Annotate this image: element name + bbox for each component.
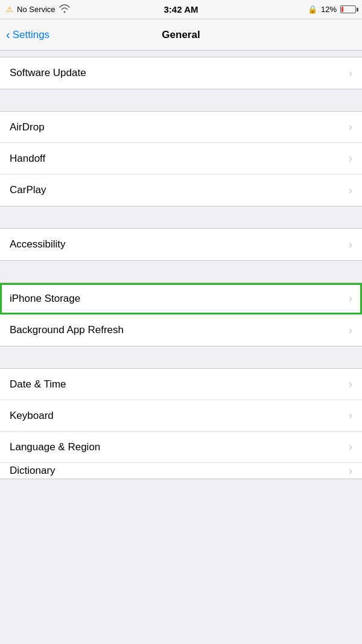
- settings-item-carplay[interactable]: CarPlay ›: [0, 174, 362, 206]
- page-title: General: [162, 29, 200, 41]
- keyboard-chevron-icon: ›: [349, 409, 352, 422]
- iphone-storage-chevron-icon: ›: [349, 292, 352, 305]
- battery-icon: [340, 5, 356, 13]
- settings-item-keyboard[interactable]: Keyboard ›: [0, 400, 362, 432]
- section-software-update: Software Update ›: [0, 57, 362, 89]
- settings-item-accessibility[interactable]: Accessibility ›: [0, 229, 362, 260]
- software-update-label: Software Update: [10, 67, 86, 79]
- section-storage-group: iPhone Storage › Background App Refresh …: [0, 282, 362, 346]
- nav-header: ‹ Settings General: [0, 19, 362, 51]
- lock-icon: 🔒: [308, 5, 317, 14]
- no-service-text: No Service: [17, 5, 56, 14]
- section-datetime-group: Date & Time › Keyboard › Language & Regi…: [0, 368, 362, 479]
- status-bar: ⚠ No Service 3:42 AM 🔒 12%: [0, 0, 362, 19]
- settings-item-handoff[interactable]: Handoff ›: [0, 143, 362, 174]
- warning-icon: ⚠: [6, 5, 13, 14]
- section-gap-4: [0, 261, 362, 282]
- airdrop-label: AirDrop: [10, 121, 45, 133]
- settings-item-date-time[interactable]: Date & Time ›: [0, 369, 362, 400]
- software-update-chevron-icon: ›: [349, 67, 352, 80]
- dictionary-chevron-icon: ›: [349, 465, 352, 477]
- accessibility-label: Accessibility: [10, 238, 66, 250]
- status-time: 3:42 AM: [164, 4, 198, 14]
- date-time-chevron-icon: ›: [349, 378, 352, 391]
- accessibility-chevron-icon: ›: [349, 238, 352, 251]
- language-region-chevron-icon: ›: [349, 441, 352, 453]
- section-airdrop-group: AirDrop › Handoff › CarPlay ›: [0, 111, 362, 206]
- airdrop-chevron-icon: ›: [349, 121, 352, 133]
- status-left: ⚠ No Service: [6, 4, 70, 14]
- background-app-refresh-chevron-icon: ›: [349, 324, 352, 337]
- date-time-label: Date & Time: [10, 378, 66, 391]
- wifi-icon: [59, 4, 70, 14]
- settings-item-background-app-refresh[interactable]: Background App Refresh ›: [0, 314, 362, 346]
- background-app-refresh-label: Background App Refresh: [10, 324, 124, 336]
- battery-percent: 12%: [321, 5, 337, 14]
- back-chevron-icon: ‹: [6, 28, 10, 42]
- section-gap-1: [0, 51, 362, 57]
- keyboard-label: Keyboard: [10, 410, 54, 422]
- section-gap-3: [0, 206, 362, 228]
- carplay-chevron-icon: ›: [349, 184, 352, 197]
- status-right: 🔒 12%: [308, 5, 356, 14]
- handoff-label: Handoff: [10, 153, 45, 165]
- language-region-label: Language & Region: [10, 441, 100, 453]
- carplay-label: CarPlay: [10, 184, 46, 196]
- settings-item-iphone-storage[interactable]: iPhone Storage ›: [0, 283, 362, 314]
- iphone-storage-label: iPhone Storage: [10, 293, 80, 305]
- settings-item-language-region[interactable]: Language & Region ›: [0, 432, 362, 463]
- back-label: Settings: [13, 29, 49, 41]
- section-gap-2: [0, 89, 362, 111]
- section-gap-5: [0, 346, 362, 368]
- back-button[interactable]: ‹ Settings: [6, 28, 49, 42]
- section-accessibility: Accessibility ›: [0, 228, 362, 261]
- dictionary-label: Dictionary: [10, 465, 56, 477]
- settings-item-airdrop[interactable]: AirDrop ›: [0, 112, 362, 143]
- settings-item-dictionary[interactable]: Dictionary ›: [0, 463, 362, 479]
- handoff-chevron-icon: ›: [349, 152, 352, 165]
- settings-item-software-update[interactable]: Software Update ›: [0, 57, 362, 89]
